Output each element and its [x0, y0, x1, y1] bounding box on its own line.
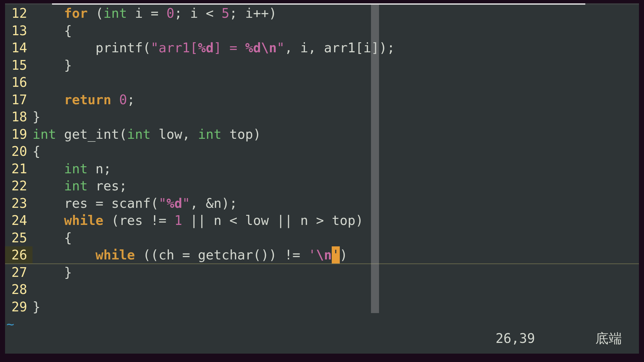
code-line[interactable]: 27 }	[5, 264, 639, 281]
code-line[interactable]: 15 }	[5, 57, 639, 74]
code-line[interactable]: 13 {	[5, 22, 639, 40]
code-text[interactable]	[33, 281, 639, 298]
code-line[interactable]: 20{	[5, 143, 639, 160]
code-text[interactable]: printf("arr1[%d] = %d\n", i, arr1[i]);	[33, 39, 639, 57]
code-line[interactable]: 18}	[5, 108, 639, 126]
line-number: 26	[5, 246, 33, 264]
code-text[interactable]: }	[33, 264, 639, 281]
code-text[interactable]: int n;	[33, 160, 639, 178]
line-number: 25	[5, 229, 33, 247]
line-number: 15	[5, 57, 33, 74]
vim-terminal[interactable]: 12 for (int i = 0; i < 5; i++)13 {14 pri…	[5, 3, 639, 354]
code-text[interactable]: {	[33, 22, 639, 40]
scroll-indicator: 底端	[595, 330, 622, 347]
code-line[interactable]: 14 printf("arr1[%d] = %d\n", i, arr1[i])…	[5, 39, 639, 57]
code-line[interactable]: 29}	[5, 298, 639, 316]
line-number: 17	[5, 91, 33, 109]
code-text[interactable]: return 0;	[33, 91, 639, 109]
line-number: 24	[5, 212, 33, 229]
code-text[interactable]: {	[33, 229, 639, 247]
code-line[interactable]: 19int get_int(int low, int top)	[5, 126, 639, 143]
line-number: 23	[5, 195, 33, 212]
line-number: 28	[5, 281, 33, 298]
line-number: 19	[5, 126, 33, 143]
line-number: 22	[5, 177, 33, 195]
code-line[interactable]: 23 res = scanf("%d", &n);	[5, 195, 639, 212]
line-number: 14	[5, 39, 33, 57]
code-text[interactable]: while ((ch = getchar()) != '\n')	[33, 246, 639, 264]
code-line[interactable]: 12 for (int i = 0; i < 5; i++)	[5, 5, 639, 22]
line-number: 12	[5, 5, 33, 22]
line-number: 21	[5, 160, 33, 178]
line-number: 16	[5, 74, 33, 91]
code-text[interactable]: for (int i = 0; i < 5; i++)	[33, 5, 639, 22]
status-bar: 26,39 底端	[5, 330, 632, 347]
line-number: 29	[5, 298, 33, 316]
code-editor-area[interactable]: 12 for (int i = 0; i < 5; i++)13 {14 pri…	[5, 5, 639, 354]
code-line[interactable]: 16	[5, 74, 639, 91]
code-text[interactable]	[33, 74, 639, 91]
code-line[interactable]: 28	[5, 281, 639, 298]
code-line[interactable]: 26 while ((ch = getchar()) != '\n')	[5, 246, 639, 264]
code-line[interactable]: 17 return 0;	[5, 91, 639, 109]
code-text[interactable]: int res;	[33, 177, 639, 195]
line-number: 13	[5, 22, 33, 40]
code-text[interactable]: int get_int(int low, int top)	[33, 126, 639, 143]
code-line[interactable]: 25 {	[5, 229, 639, 247]
code-text[interactable]: res = scanf("%d", &n);	[33, 195, 639, 212]
code-text[interactable]: {	[33, 143, 639, 160]
line-number: 27	[5, 264, 33, 281]
code-text[interactable]: }	[33, 57, 639, 74]
line-number: 18	[5, 108, 33, 126]
cursor-position: 26,39	[496, 330, 535, 347]
code-line[interactable]: 22 int res;	[5, 177, 639, 195]
code-text[interactable]: while (res != 1 || n < low || n > top)	[33, 212, 639, 229]
code-line[interactable]: 21 int n;	[5, 160, 639, 178]
code-text[interactable]: }	[33, 108, 639, 126]
code-line[interactable]: 24 while (res != 1 || n < low || n > top…	[5, 212, 639, 229]
code-text[interactable]: }	[33, 298, 639, 316]
text-cursor: '	[332, 246, 339, 264]
line-number: 20	[5, 143, 33, 160]
